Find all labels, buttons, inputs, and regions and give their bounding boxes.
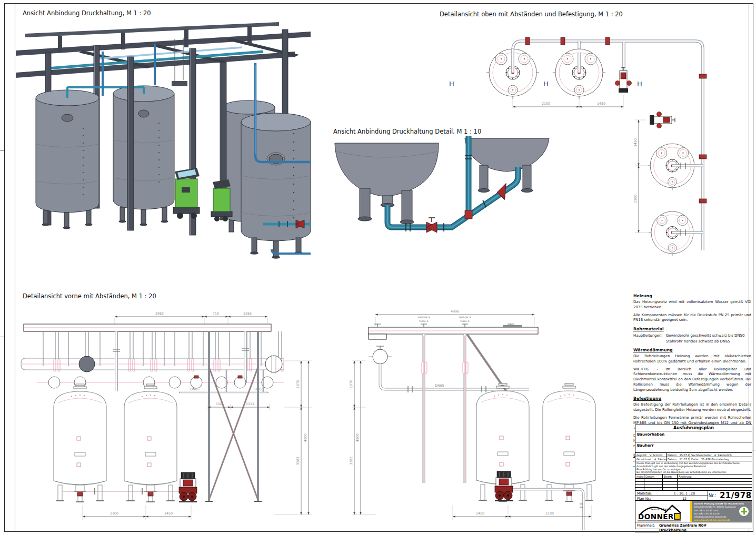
datum-value: 15.07.2022 (680, 453, 690, 457)
dim-label: 3282 (296, 457, 300, 465)
titleblock-header: Ausführungsplan (635, 425, 752, 431)
nr-value: 21/978 (720, 491, 752, 500)
dim-label: 110 (216, 402, 222, 406)
tank-3d (113, 86, 174, 226)
notes-label: Hauptleitungen: (633, 333, 666, 344)
view-side-drawing: 4998 MAG-GK B MAGL 6 MAG-GK B MAGL 6 (345, 304, 624, 533)
section-mark: H (449, 80, 454, 88)
company-info: Donner Planung GmbH für Haustechnik Schw… (694, 502, 744, 522)
dim-label: 1070 (296, 380, 300, 388)
equipment-tag: MAGL 6 (419, 320, 429, 322)
rev-col-aenderung: Änderung (678, 475, 752, 478)
dim-label: 4500 (303, 433, 307, 442)
notes-paragraph: Alle Komponenten müssen für die Druckstu… (633, 313, 751, 324)
steel-structure (16, 22, 311, 78)
dim-label-dn: DN65 (190, 387, 200, 391)
dim-label: 1111 (246, 402, 254, 406)
logo-yellow-square (674, 513, 680, 519)
notes-heading-waermedaemmung: Wärmedämmung (633, 348, 751, 352)
pump-unit-green (173, 168, 200, 219)
dim-label: 710 (213, 311, 219, 315)
valve (426, 218, 437, 233)
dim-label: 2982 (155, 311, 164, 315)
hanger-tags: MAG-GK B MAGL 6 MAG-GK B MAGL 6 (374, 316, 514, 327)
nr-label: Nr.: (708, 493, 717, 498)
pump-unit-green (211, 179, 232, 221)
datei-label: Datei: (691, 458, 699, 461)
notes-row: Hauptleitungen: Gewinderohr geschweißt s… (633, 333, 751, 344)
notes-value: Stahlrohr nahtlos schwarz ab DN65 (666, 339, 744, 344)
fold-mark (0, 337, 4, 337)
dim-label: 2100 (633, 195, 637, 203)
gezeichnet-value: A. Säuberlich (654, 458, 667, 461)
equipment-tag: MAG-GK B (459, 316, 471, 319)
massstab-label: Maßstab: (635, 491, 661, 495)
sachbearbeiter-label: Sachbearbeiter: (691, 453, 712, 457)
donner-logo: HAUSTECHNIK DONNER (635, 501, 690, 522)
logo-row: HAUSTECHNIK DONNER Donner Planung GmbH f… (635, 501, 752, 522)
bauherr-label: Bauherr (637, 443, 654, 448)
planinhalt-line1: Grundriss Zentrale R0# (659, 523, 707, 528)
disclaimer: Dieser Plan gilt nur in Verbindung mit d… (635, 461, 752, 475)
geprueft-label: Geprüft: (636, 453, 648, 457)
pump-unit-side (495, 471, 513, 501)
dim-label: 3282 (349, 457, 353, 465)
dim-label: 1450 (633, 138, 637, 147)
titleblock-bauvorhaben: Bauvorhaben (635, 431, 752, 442)
brace-frame (205, 331, 262, 501)
view-3d-drawing (16, 18, 332, 289)
plannr-label: Plan-Nr.: (635, 497, 661, 500)
tank-bottom-dome (465, 138, 549, 193)
dim-label: 2100 (542, 102, 550, 105)
pipe-section-circle (369, 346, 392, 364)
datum-label: Datum: (668, 453, 678, 457)
ceiling-slab (24, 324, 271, 331)
geprueft-value: V. Schmid (650, 453, 662, 457)
dim-label: 1265 (243, 311, 252, 315)
sachbearbeiter-value: A. Säuberlich (714, 453, 732, 457)
tank-front-view (124, 384, 177, 502)
plus-icon (739, 507, 749, 516)
tank-side-view (543, 383, 595, 501)
dim-label: 1450 (164, 511, 173, 515)
notes-value: Gewinderohr geschweißt schwarz bis DN50 (666, 333, 744, 338)
rev-col-index: Index (635, 475, 644, 478)
dim-label: 4998 (451, 309, 459, 313)
titleblock-bauherr: Bauherr (635, 442, 752, 453)
pump-unit (650, 112, 675, 128)
notes-heading-rohrmaterial: Rohrmaterial (633, 327, 751, 331)
planinhalt-line2: Druckhaltung (659, 528, 707, 532)
view-detail-drawing (331, 136, 557, 253)
title-view-3d: Ansicht Anbindung Druckhaltung, M 1 : 20 (23, 9, 151, 17)
dim-label-dn: DN65 (435, 383, 444, 387)
plot-stamp (635, 532, 659, 533)
notes-paragraph: Die Befestigung der Rohrleitungen ist in… (633, 402, 751, 413)
tank-3d (36, 90, 99, 229)
notes-paragraph: Die Rohrleitungen Heizung werden mit alu… (633, 354, 751, 365)
dimension-group: 4998 (375, 309, 534, 326)
planinhalt-label: Planinhalt: (635, 523, 653, 528)
dim-label: 2100 (545, 511, 554, 515)
ceiling-slab (369, 325, 538, 339)
title-view-front: Detailansicht vorne mit Abständen, M 1 :… (23, 292, 156, 300)
massstab-value: 1 : 10, 1 : 20 (661, 491, 708, 495)
plannr-value: - 12 - (661, 497, 708, 500)
dim-label: 1450 (597, 102, 605, 105)
title-view-top: Detailansicht oben mit Abständen und Bef… (440, 11, 623, 18)
gezeichnet-label: Gezeichnet: (636, 458, 652, 461)
datum-label: Datum: (668, 458, 678, 461)
notes-heading-heizung: Heizung (633, 294, 751, 298)
title-block: Ausführungsplan Bauvorhaben Bauherr Gepr… (635, 425, 752, 529)
dim-label: 4500 (355, 433, 359, 442)
equipment-tag: MAGL 6 (460, 320, 470, 322)
plan-sheet: Ansicht Anbindung Druckhaltung, M 1 : 20… (0, 0, 756, 535)
yellow-strip (690, 501, 692, 522)
datum-value: 11.07.2022 (680, 458, 690, 461)
tank-3d-front (241, 113, 311, 259)
company-website: www.haustechnik-donner.de (694, 519, 744, 522)
view-front-drawing: 2982 710 1265 (21, 304, 337, 533)
fold-mark (0, 150, 4, 150)
tank-front-view (54, 384, 106, 502)
scale-block: Maßstab: 1 : 10, 1 : 20 Plan-Nr.: - 12 -… (635, 491, 752, 501)
dim-label: 2100 (110, 511, 118, 515)
